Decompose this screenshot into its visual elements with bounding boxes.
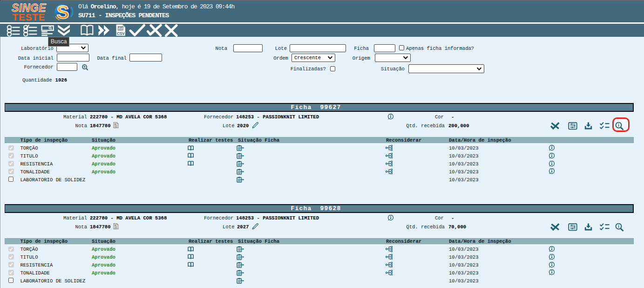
svg-text:CSV: CSV: [117, 32, 125, 36]
svg-text:S: S: [56, 3, 69, 20]
